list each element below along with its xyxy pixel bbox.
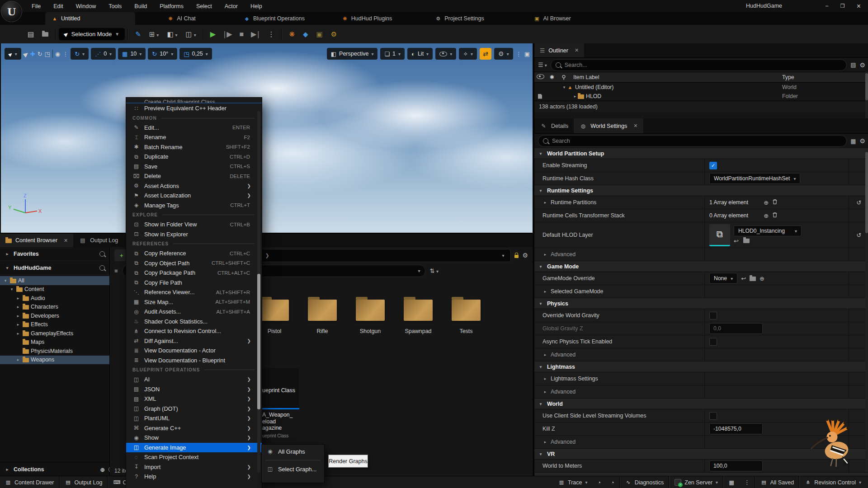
chevron-down-icon[interactable]: ▾	[561, 85, 567, 89]
menu-item-connect-to-revision-control[interactable]: ⋔Connect to Revision Control...	[126, 326, 262, 336]
close-icon[interactable]: ✕	[575, 47, 579, 53]
chevron-right-icon[interactable]: ▸	[15, 314, 21, 318]
browse-icon[interactable]	[743, 239, 750, 243]
viewport-more-icon[interactable]: ⋮	[516, 51, 522, 57]
checkbox[interactable]	[709, 312, 717, 319]
tab-output-log[interactable]: ▤Output Log	[73, 234, 123, 247]
tab-ai-chat[interactable]: ❋AI Chat	[135, 12, 228, 25]
section-game-mode[interactable]: ▾Game Mode	[534, 261, 868, 272]
text-field-kill-z[interactable]: -1048575,0	[709, 423, 763, 434]
use-selected-icon[interactable]: ↩	[741, 275, 746, 282]
outliner-search-input[interactable]: Search...	[551, 59, 847, 71]
menu-edit[interactable]: Edit	[48, 2, 69, 11]
view-mode-lit-dropdown[interactable]: ◐Lit▾	[407, 48, 433, 60]
close-icon[interactable]: ✕	[633, 123, 637, 129]
section-physics[interactable]: ▾Physics	[534, 298, 868, 309]
menu-item-show[interactable]: ◉Show❯	[126, 433, 262, 443]
menu-item-reference-viewer[interactable]: ⋱Reference Viewer...ALT+SHIFT+R	[126, 287, 262, 297]
status-diagnostics[interactable]: ∿Diagnostics	[620, 476, 669, 488]
chevron-right-icon[interactable]: ▸	[15, 331, 21, 336]
section-runtime-settings[interactable]: ▾Runtime Settings	[534, 185, 868, 196]
chevron-right-icon[interactable]: ▸	[542, 200, 548, 205]
menu-platforms[interactable]: Platforms	[154, 2, 189, 11]
ai-browser-icon[interactable]: ▣	[312, 30, 327, 38]
menu-tools[interactable]: Tools	[103, 2, 127, 11]
checkbox[interactable]: ✓	[709, 162, 717, 169]
favorite-column-icon[interactable]: ✱	[546, 74, 558, 80]
rotation-snap-dropdown[interactable]: ↻10°▾	[148, 48, 177, 60]
outliner-row-untitled-editor[interactable]: ▾▲Untitled (Editor)World	[534, 83, 868, 92]
menu-item-help[interactable]: ?Help❯	[126, 472, 262, 482]
tab-outliner[interactable]: ☰ Outliner✕	[534, 43, 584, 57]
menu-file[interactable]: File	[26, 2, 46, 11]
grid-icon[interactable]: ▦	[724, 476, 739, 488]
tree-item-effects[interactable]: ▸Effects	[0, 320, 109, 329]
menu-item-batch-rename[interactable]: ✱Batch RenameSHIFT+F2	[126, 142, 262, 152]
sort-icon[interactable]: ⇅ ▾	[430, 267, 439, 274]
close-icon[interactable]: ✕	[64, 238, 68, 244]
use-selected-icon[interactable]: ↩	[734, 238, 739, 244]
screen-percentage-dropdown[interactable]: ❏1▾	[380, 48, 405, 60]
chevron-right-icon[interactable]: ▸	[542, 289, 548, 294]
stop-button[interactable]: ■	[236, 30, 247, 38]
chevron-right-icon[interactable]: ▸	[542, 389, 548, 394]
type-column[interactable]: Type	[782, 74, 794, 80]
search-icon[interactable]	[99, 251, 105, 257]
scale-snap-dropdown[interactable]: ◳0,25▾	[179, 48, 212, 60]
favorites-row[interactable]: ▸Favorites	[0, 247, 109, 261]
show-flags-dropdown[interactable]: ▾	[435, 48, 456, 60]
tab-world-settings[interactable]: ◍World Settings✕	[574, 118, 643, 133]
chevron-right-icon[interactable]: ▸	[542, 440, 548, 444]
hudhud-tools-icon[interactable]: ◆	[299, 30, 312, 38]
edit-pen-tool-icon[interactable]: ✎	[131, 30, 145, 38]
outliner-row-hlod[interactable]: ▸HLODFolder	[534, 92, 868, 101]
maximize-viewport-icon[interactable]: ▣	[524, 51, 530, 57]
menu-select[interactable]: Select	[191, 2, 217, 11]
dropdown-gamemode-override[interactable]: None▾	[709, 273, 737, 284]
more-icon[interactable]: ⋮	[739, 476, 755, 488]
folder-tile-rifle[interactable]: Rifle	[301, 300, 344, 334]
submenu-item-select-graph[interactable]: ◫Select Graph...	[262, 462, 324, 476]
menu-item-show-in-explorer[interactable]: ⊡Show in Explorer	[126, 230, 262, 239]
menu-window[interactable]: Window	[71, 2, 101, 11]
viewport-options-dropdown[interactable]: ▶▾	[5, 48, 21, 60]
menu-build[interactable]: Build	[129, 2, 152, 11]
chevron-right-icon[interactable]: ▸	[542, 252, 548, 257]
menu-item-copy-package-path[interactable]: ⧉Copy Package PathCTRL+ALT+C	[126, 268, 262, 278]
chevron-right-icon[interactable]: ▸	[542, 376, 548, 381]
menu-item-create-child-blueprint-class[interactable]: Create Child Blueprint Class	[126, 98, 262, 103]
minimize-button[interactable]: −	[825, 3, 829, 9]
tab-details[interactable]: ✎Details	[534, 118, 574, 133]
menu-item-generate-c[interactable]: ⌘Generate C++❯	[126, 423, 262, 433]
text-field-global-gravity-z[interactable]: 0,0	[709, 323, 763, 334]
chevron-right-icon[interactable]: ▸	[542, 352, 548, 357]
effects-dropdown[interactable]: ✧▾	[459, 48, 477, 60]
menu-item-rename[interactable]: ⌶RenameF2	[126, 132, 262, 142]
menu-item-edit[interactable]: ✎Edit...ENTER	[126, 123, 262, 133]
tab-content-browser[interactable]: Content Browser✕	[0, 234, 73, 247]
outliner-scrollbar[interactable]	[865, 73, 868, 100]
menu-item-asset-actions[interactable]: ⚙Asset Actions❯	[126, 181, 262, 191]
status-all-saved[interactable]: ▤All Saved	[755, 476, 799, 488]
chevron-right-icon[interactable]: ▸	[572, 94, 578, 99]
blueprints-icon[interactable]: ◧▾	[163, 30, 181, 38]
menu-item-scan-project-context[interactable]: ◌Scan Project Context	[126, 452, 262, 462]
menu-item-json[interactable]: ▤JSON❯	[126, 385, 262, 394]
content-settings-gear-icon[interactable]: ⚙	[522, 252, 528, 259]
menu-help[interactable]: Help	[245, 2, 268, 11]
menu-actor[interactable]: Actor	[219, 2, 243, 11]
menu-item-manage-tags[interactable]: ◈Manage TagsCTRL+T	[126, 201, 262, 211]
dropdown-runtime-hash-class[interactable]: WorldPartitionRuntimeHashSet▾	[709, 173, 800, 184]
chevron-down-icon[interactable]: ▾	[3, 278, 8, 283]
menu-item-view-documentation-blueprint[interactable]: ≣View Documentation - Blueprint	[126, 356, 262, 366]
more-tools-icon[interactable]: ⋮	[62, 51, 68, 57]
eject-button[interactable]: ▶∣	[247, 30, 264, 38]
tree-item-content[interactable]: ▾Content	[0, 285, 109, 294]
visibility-column-icon[interactable]	[537, 74, 544, 79]
details-search-input[interactable]: Search	[538, 135, 847, 147]
tree-item-maps[interactable]: Maps	[0, 338, 109, 347]
search-icon[interactable]	[99, 265, 105, 271]
collections-row[interactable]: ▸Collections ⊕	[0, 462, 118, 477]
chevron-right-icon[interactable]: ▸	[15, 357, 21, 362]
hoopoe-plugin-icon[interactable]: ❋	[285, 30, 299, 38]
